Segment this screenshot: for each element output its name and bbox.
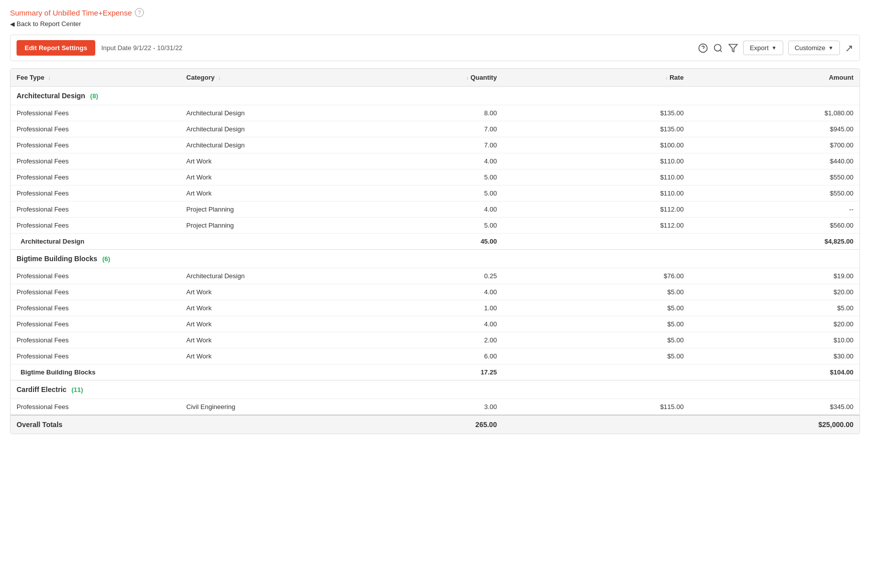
group-count: (8) xyxy=(90,92,98,100)
customize-caret-icon: ▼ xyxy=(828,45,833,51)
table-row: Professional Fees Art Work 5.00 $110.00 … xyxy=(11,169,859,185)
cell-quantity: 4.00 xyxy=(367,316,503,332)
cell-fee-type: Professional Fees xyxy=(11,268,181,284)
report-title: Summary of Unbilled Time+Expense ? xyxy=(10,8,860,17)
export-caret-icon: ▼ xyxy=(772,45,777,51)
cell-category: Architectural Design xyxy=(181,137,367,153)
cell-fee-type: Professional Fees xyxy=(11,169,181,185)
cell-fee-type: Professional Fees xyxy=(11,137,181,153)
cell-quantity: 5.00 xyxy=(367,185,503,202)
cell-category: Architectural Design xyxy=(181,268,367,284)
cell-quantity: 4.00 xyxy=(367,153,503,169)
group-name: Cardiff Electric xyxy=(17,385,67,394)
subtotal-row: Architectural Design 45.00 $4,825.00 xyxy=(11,234,859,250)
cell-rate: $5.00 xyxy=(503,332,689,348)
cell-amount: $1,080.00 xyxy=(689,105,859,121)
cell-category: Art Work xyxy=(181,153,367,169)
help-icon[interactable]: ? xyxy=(135,8,144,17)
cell-category: Art Work xyxy=(181,169,367,185)
cell-amount: $20.00 xyxy=(689,284,859,300)
edit-report-button[interactable]: Edit Report Settings xyxy=(17,40,95,56)
cell-fee-type: Professional Fees xyxy=(11,332,181,348)
cell-quantity: 7.00 xyxy=(367,121,503,137)
sort-icon-quantity: ↕ xyxy=(466,76,469,81)
cell-amount: $440.00 xyxy=(689,153,859,169)
table-row: Professional Fees Art Work 2.00 $5.00 $1… xyxy=(11,332,859,348)
filter-icon[interactable] xyxy=(728,43,738,53)
cell-amount: $550.00 xyxy=(689,169,859,185)
cell-quantity: 8.00 xyxy=(367,105,503,121)
cell-fee-type: Professional Fees xyxy=(11,153,181,169)
cell-amount: $345.00 xyxy=(689,399,859,416)
cell-rate: $5.00 xyxy=(503,348,689,364)
cell-amount: -- xyxy=(689,202,859,218)
group-header-row: Cardiff Electric (11) xyxy=(11,380,859,399)
col-header-amount[interactable]: Amount xyxy=(689,69,859,87)
cell-fee-type: Professional Fees xyxy=(11,121,181,137)
cell-category: Art Work xyxy=(181,316,367,332)
cell-fee-type: Professional Fees xyxy=(11,218,181,234)
table-row: Professional Fees Architectural Design 8… xyxy=(11,105,859,121)
report-title-text: Summary of Unbilled Time+Expense xyxy=(10,9,132,17)
subtotal-quantity: 45.00 xyxy=(367,234,503,250)
cell-amount: $10.00 xyxy=(689,332,859,348)
group-name: Architectural Design xyxy=(17,92,85,100)
cell-amount: $30.00 xyxy=(689,348,859,364)
cell-amount: $945.00 xyxy=(689,121,859,137)
subtotal-amount: $104.00 xyxy=(689,364,859,380)
cell-quantity: 3.00 xyxy=(367,399,503,416)
cell-rate: $135.00 xyxy=(503,121,689,137)
table-row: Professional Fees Architectural Design 7… xyxy=(11,137,859,153)
cell-category: Civil Engineering xyxy=(181,399,367,416)
col-header-rate[interactable]: ↕ Rate xyxy=(503,69,689,87)
table-row: Professional Fees Project Planning 4.00 … xyxy=(11,202,859,218)
group-header-cell: Bigtime Building Blocks (6) xyxy=(11,250,859,268)
cell-fee-type: Professional Fees xyxy=(11,185,181,202)
help-circle-icon[interactable] xyxy=(698,43,708,53)
cell-category: Project Planning xyxy=(181,202,367,218)
cell-amount: $560.00 xyxy=(689,218,859,234)
export-button[interactable]: Export ▼ xyxy=(743,41,783,55)
expand-icon[interactable]: ↗ xyxy=(845,42,853,54)
subtotal-amount: $4,825.00 xyxy=(689,234,859,250)
sort-icon-category: ↕ xyxy=(219,76,221,81)
subtotal-quantity: 17.25 xyxy=(367,364,503,380)
cell-rate: $5.00 xyxy=(503,316,689,332)
group-header-cell: Cardiff Electric (11) xyxy=(11,380,859,399)
cell-rate: $110.00 xyxy=(503,185,689,202)
cell-amount: $700.00 xyxy=(689,137,859,153)
cell-category: Project Planning xyxy=(181,218,367,234)
cell-rate: $5.00 xyxy=(503,300,689,316)
overall-totals-row: Overall Totals 265.00 $25,000.00 xyxy=(11,415,859,434)
data-table: Fee Type ↕ Category ↕ ↕ Quantity ↕ Rate xyxy=(10,68,860,434)
back-link[interactable]: ◀ Back to Report Center xyxy=(10,20,860,28)
export-label: Export xyxy=(750,44,769,52)
table-row: Professional Fees Art Work 1.00 $5.00 $5… xyxy=(11,300,859,316)
subtotal-label: Bigtime Building Blocks xyxy=(11,364,367,380)
group-count: (6) xyxy=(102,255,110,263)
cell-quantity: 0.25 xyxy=(367,268,503,284)
toolbar: Edit Report Settings Input Date 9/1/22 -… xyxy=(10,35,860,61)
table-row: Professional Fees Civil Engineering 3.00… xyxy=(11,399,859,416)
overall-totals-rate-empty xyxy=(503,415,689,434)
sort-icon-fee-type: ↕ xyxy=(48,76,51,81)
col-header-fee-type[interactable]: Fee Type ↕ xyxy=(11,69,181,87)
svg-marker-4 xyxy=(729,44,738,52)
cell-quantity: 4.00 xyxy=(367,284,503,300)
cell-amount: $550.00 xyxy=(689,185,859,202)
col-header-category[interactable]: Category ↕ xyxy=(181,69,367,87)
search-icon[interactable] xyxy=(713,43,723,53)
date-range-label: Input Date 9/1/22 - 10/31/22 xyxy=(101,44,183,52)
cell-category: Architectural Design xyxy=(181,121,367,137)
cell-amount: $19.00 xyxy=(689,268,859,284)
subtotal-row: Bigtime Building Blocks 17.25 $104.00 xyxy=(11,364,859,380)
table-row: Professional Fees Architectural Design 0… xyxy=(11,268,859,284)
subtotal-label: Architectural Design xyxy=(11,234,367,250)
col-header-quantity[interactable]: ↕ Quantity xyxy=(367,69,503,87)
cell-rate: $5.00 xyxy=(503,284,689,300)
cell-quantity: 4.00 xyxy=(367,202,503,218)
customize-button[interactable]: Customize ▼ xyxy=(788,41,840,55)
cell-rate: $112.00 xyxy=(503,218,689,234)
cell-category: Art Work xyxy=(181,300,367,316)
table-row: Professional Fees Art Work 4.00 $110.00 … xyxy=(11,153,859,169)
